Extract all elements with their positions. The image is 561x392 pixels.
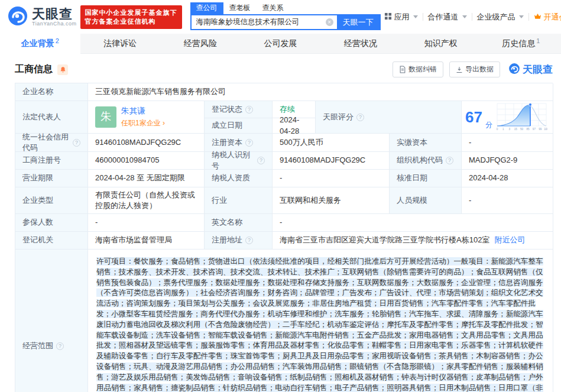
paid-capital-label: 实缴资本: [390, 134, 462, 152]
download-icon: [456, 66, 463, 73]
legal-rep-companies-link[interactable]: 任职1家企业 ›: [121, 118, 165, 128]
business-scope-cell: 许可项目：餐饮服务；食品销售；货物进出口（依法须经批准的项目，经相关部门批准后方…: [88, 250, 553, 392]
tab-company-background[interactable]: 企业背景2: [0, 34, 80, 54]
tab-intellectual-property[interactable]: 知识产权: [401, 34, 481, 54]
tab-operation-risk[interactable]: 经营风险: [160, 34, 241, 54]
org-code-label: 组织机构代码: [390, 152, 462, 170]
table-row: 法定代表人 朱 朱其谦 任职1家企业 › 登记状态 存续 天眼评分 67 分: [15, 101, 553, 134]
reg-capital-value: 500万人民币: [273, 134, 390, 152]
score-value: 67: [465, 109, 482, 125]
english-name-value: -: [273, 214, 553, 232]
divider: [423, 13, 423, 21]
business-term-label: 营业期限: [15, 170, 88, 187]
staff-size-label: 人员规模: [390, 187, 462, 214]
reg-status-label: 登记状态: [205, 101, 273, 118]
crown-icon: [534, 12, 541, 21]
tab-badge: 2: [56, 37, 59, 44]
search-area: 查公司 查老板 查关系 × 天眼一下: [190, 4, 381, 30]
taxpayer-quality-label: 纳税人资质: [205, 170, 273, 187]
table-row: 参保人数 - 英文名称 -: [15, 214, 553, 232]
table-row: 登记机关 海南省市场监督管理局 注册地址 海南省三亚市吉阳区迎宾大道学院路三亚学…: [15, 232, 553, 250]
help-icon[interactable]: [356, 114, 364, 121]
reg-number-label: 工商注册号: [15, 152, 88, 170]
business-term-value: 2024-04-28 至 无固定期限: [88, 170, 205, 187]
reg-authority-value: 海南省市场监督管理局: [88, 232, 205, 250]
score-unit: 分: [485, 120, 492, 130]
company-type-label: 企业类型: [15, 187, 88, 214]
nav-enterprise[interactable]: 企业级产品: [474, 12, 527, 22]
reg-number-value: 460000010984705: [88, 152, 205, 170]
svg-text:85: 85: [526, 128, 530, 131]
reg-address-label: 注册地址: [205, 232, 273, 250]
help-icon[interactable]: [245, 139, 253, 147]
help-icon[interactable]: [257, 157, 265, 164]
svg-text:100: 100: [544, 128, 547, 131]
score-label: 天眼评分: [316, 101, 462, 134]
nav-vip[interactable]: 开通会员: [530, 12, 561, 22]
svg-text:3: 3: [508, 128, 510, 131]
tianyancha-eye-icon: [7, 5, 28, 29]
tianyancha-logo[interactable]: 天眼查 TianYanCha.com: [7, 5, 77, 29]
industry-label: 行业: [205, 187, 273, 214]
tab-history-info[interactable]: 历史信息1: [481, 34, 561, 54]
help-icon[interactable]: [73, 139, 80, 147]
nav-partner[interactable]: 合作通道: [424, 12, 471, 22]
svg-text:0: 0: [497, 128, 498, 131]
insured-count-label: 参保人数: [15, 214, 88, 232]
help-icon[interactable]: [245, 237, 253, 244]
table-row: 统一社会信用代码 91460108MADJFQG29C 注册资本 500万人民币…: [15, 134, 553, 152]
paid-capital-value: -: [462, 134, 553, 152]
tianyancha-watermark: 天眼查: [508, 63, 553, 77]
staff-size-value: -: [462, 187, 553, 214]
score-cell: 67 分 0: [462, 101, 553, 134]
uscc-value: 91460108MADJFQG29C: [88, 134, 205, 152]
tab-operation-status[interactable]: 经营状况: [320, 34, 401, 54]
taxpayer-id-value: 91460108MADJFQG29C: [273, 152, 390, 170]
tianyancha-eye-icon: [508, 63, 520, 77]
reg-address-value: 海南省三亚市吉阳区迎宾大道学院路三亚学院书行楼A栋102室: [280, 235, 489, 245]
taxpayer-quality-value: -: [273, 170, 390, 187]
help-icon[interactable]: [56, 342, 64, 350]
section-title: 工商信息: [15, 63, 53, 76]
search-tab-relation[interactable]: 查关系: [257, 2, 290, 14]
tab-company-development[interactable]: 公司发展: [241, 34, 321, 54]
svg-text:50: 50: [520, 128, 524, 131]
search-tab-boss[interactable]: 查老板: [223, 2, 257, 14]
chevron-down-icon: [519, 15, 524, 18]
business-scope-text: 许可项目：餐饮服务；食品销售；货物进出口（依法须经批准的项目，经相关部门批准后方…: [96, 257, 543, 392]
svg-text:99: 99: [539, 128, 542, 131]
table-row: 经营范围 许可项目：餐饮服务；食品销售；货物进出口（依法须经批准的项目，经相关部…: [15, 250, 553, 392]
org-code-value: MADJFQG2-9: [462, 152, 553, 170]
legal-rep-cell: 朱 朱其谦 任职1家企业 ›: [88, 101, 205, 134]
clear-search-icon[interactable]: ×: [326, 18, 333, 26]
help-icon[interactable]: [446, 157, 453, 164]
establish-date-value: 2024-04-28: [273, 118, 316, 134]
legal-rep-name-link[interactable]: 朱其谦: [121, 106, 165, 117]
nearby-companies-link[interactable]: 附近公司: [494, 235, 525, 245]
reg-authority-label: 登记机关: [15, 232, 88, 250]
divider: [472, 13, 472, 21]
taxpayer-id-label: 纳税人识别号: [205, 152, 273, 170]
table-row: 营业期限 2024-04-28 至 无固定期限 纳税人资质 - 核准日期 202…: [15, 170, 553, 187]
company-tab-bar: 企业背景2 法律诉讼 经营风险 公司发展 经营状况 知识产权 历史信息1: [0, 34, 561, 54]
search-type-tabs: 查公司 查老板 查关系: [190, 4, 381, 14]
brand-domain: TianYanCha.com: [32, 21, 77, 27]
insured-count-value: -: [88, 214, 205, 232]
company-name-label: 企业名称: [15, 83, 88, 101]
tab-legal-litigation[interactable]: 法律诉讼: [80, 34, 161, 54]
data-correction-button[interactable]: 数据纠错: [393, 61, 443, 77]
tab-badge: 1: [536, 37, 540, 44]
company-type-value: 有限责任公司（自然人投资或控股的法人独资）: [88, 187, 205, 214]
search-tab-company[interactable]: 查公司: [190, 2, 223, 14]
avatar[interactable]: 朱: [95, 106, 116, 128]
export-data-button[interactable]: 导出数据: [449, 61, 500, 77]
svg-text:97: 97: [533, 128, 536, 131]
svg-text:15: 15: [514, 128, 518, 131]
nav-apps[interactable]: 应用: [381, 12, 421, 22]
help-icon[interactable]: [245, 106, 253, 114]
divider: [528, 13, 529, 21]
section-header: 工商信息 数据纠错 导出数据 天眼查: [0, 54, 561, 83]
search-button[interactable]: 天眼一下: [337, 15, 380, 29]
search-input[interactable]: [192, 15, 326, 29]
uscc-label: 统一社会信用代码: [15, 134, 88, 152]
